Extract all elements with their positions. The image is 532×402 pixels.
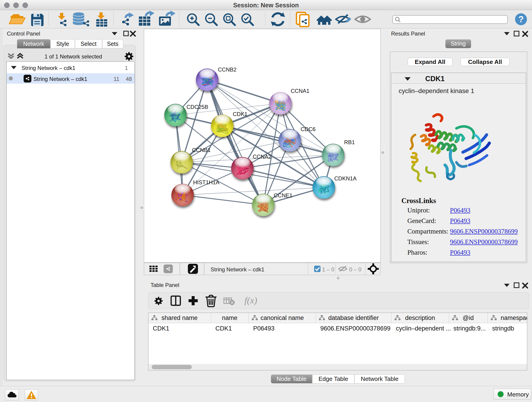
svg-text:f(x): f(x): [244, 295, 257, 306]
